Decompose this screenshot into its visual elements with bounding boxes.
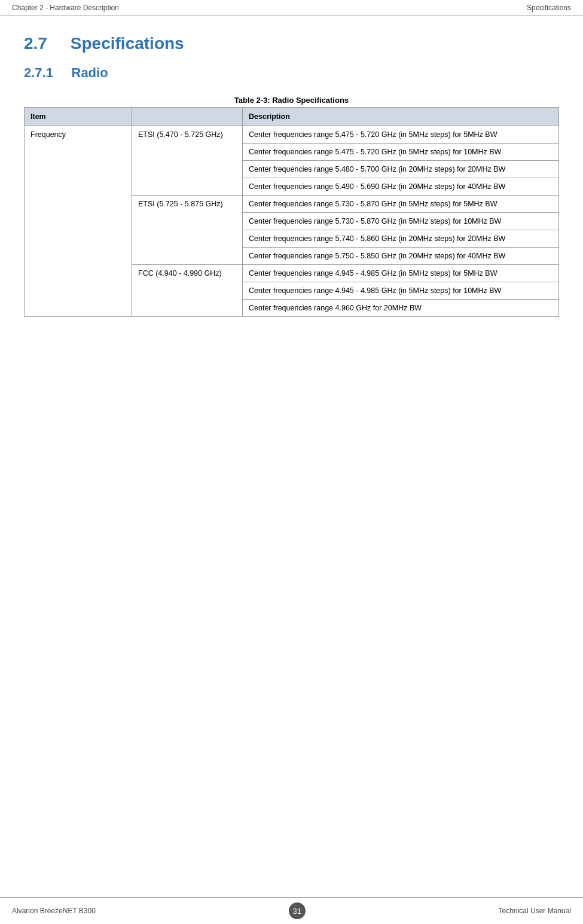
subsection-number: 2.7.1	[24, 65, 53, 80]
header-left: Chapter 2 - Hardware Description	[12, 4, 119, 12]
specs-table: Item Description FrequencyETSI (5.470 - …	[24, 107, 559, 317]
header-right: Specifications	[527, 4, 571, 12]
cell-desc: Center frequencies range 4.945 - 4.985 G…	[243, 265, 559, 282]
cell-sub: ETSI (5.725 - 5.875 GHz)	[132, 196, 243, 265]
cell-desc: Center frequencies range 5.750 - 5.850 G…	[243, 248, 559, 265]
footer-right: Technical User Manual	[499, 907, 571, 915]
page-footer: Alvarion BreezeNET B300 31 Technical Use…	[0, 897, 583, 924]
page-content: 2.7 Specifications 2.7.1 Radio Table 2-3…	[0, 16, 583, 353]
cell-sub: FCC (4.940 - 4.990 GHz)	[132, 265, 243, 317]
page-number: 31	[289, 902, 306, 919]
subsection-title: Radio	[72, 65, 108, 80]
cell-desc: Center frequencies range 5.730 - 5.870 G…	[243, 213, 559, 230]
footer-left: Alvarion BreezeNET B300	[12, 907, 96, 915]
section-number: 2.7	[24, 34, 47, 53]
cell-desc: Center frequencies range 5.490 - 5.690 G…	[243, 178, 559, 196]
table-row: FrequencyETSI (5.470 - 5.725 GHz)Center …	[25, 126, 559, 144]
cell-desc: Center frequencies range 5.480 - 5.700 G…	[243, 161, 559, 178]
cell-desc: Center frequencies range 5.475 - 5.720 G…	[243, 126, 559, 144]
col-header-item: Item	[25, 108, 132, 126]
table-header-row: Item Description	[25, 108, 559, 126]
col-header-desc: Description	[243, 108, 559, 126]
cell-desc: Center frequencies range 4.960 GHz for 2…	[243, 300, 559, 317]
section-title: Specifications	[71, 34, 184, 53]
cell-desc: Center frequencies range 5.475 - 5.720 G…	[243, 144, 559, 161]
cell-desc: Center frequencies range 5.730 - 5.870 G…	[243, 196, 559, 213]
col-header-sub	[132, 108, 243, 126]
cell-sub: ETSI (5.470 - 5.725 GHz)	[132, 126, 243, 196]
cell-desc: Center frequencies range 4.945 - 4.985 G…	[243, 282, 559, 300]
cell-item: Frequency	[25, 126, 132, 317]
section-heading: 2.7 Specifications	[24, 34, 559, 53]
subsection-heading: 2.7.1 Radio	[24, 65, 559, 81]
table-caption: Table 2-3: Radio Specifications	[24, 96, 559, 105]
cell-desc: Center frequencies range 5.740 - 5.860 G…	[243, 230, 559, 248]
page-header: Chapter 2 - Hardware Description Specifi…	[0, 0, 583, 16]
